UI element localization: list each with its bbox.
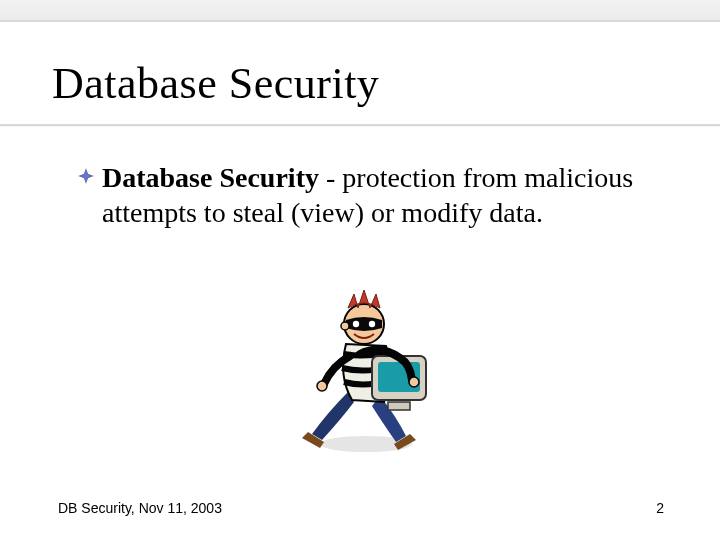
svg-point-7 <box>353 321 359 327</box>
top-bar <box>0 0 720 22</box>
thief-with-monitor-icon <box>288 284 440 454</box>
thief-clipart <box>288 284 440 454</box>
diamond-bullet-icon <box>78 168 94 184</box>
page-number: 2 <box>656 500 664 516</box>
svg-point-5 <box>317 381 327 391</box>
slide-title: Database Security <box>52 58 379 109</box>
bullet-text: Database Security - protection from mali… <box>102 160 660 230</box>
svg-rect-3 <box>388 402 410 410</box>
svg-point-9 <box>341 322 349 330</box>
bullet-term: Database Security <box>102 162 319 193</box>
svg-point-4 <box>409 377 419 387</box>
slide: Database Security Database Security - pr… <box>0 0 720 540</box>
title-underline <box>0 124 720 126</box>
bullet-item: Database Security - protection from mali… <box>78 160 660 230</box>
footer-date: DB Security, Nov 11, 2003 <box>58 500 222 516</box>
svg-point-8 <box>369 321 375 327</box>
slide-body: Database Security - protection from mali… <box>78 160 660 230</box>
